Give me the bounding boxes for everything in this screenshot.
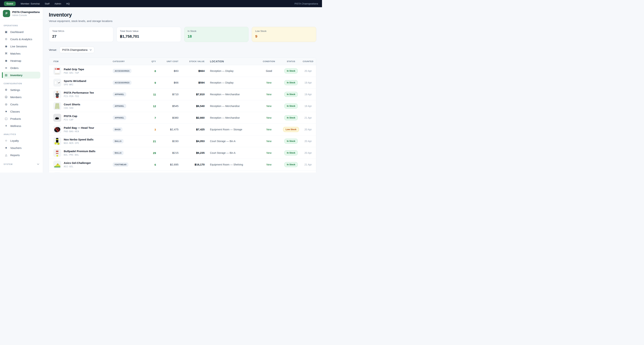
location: Equipment Room — Storage — [204, 128, 258, 131]
qty-value: 9 — [143, 81, 156, 84]
loyalty-icon: ☆ — [4, 139, 8, 142]
table-row[interactable]: Padel Grip Tape PAD-GRI-TAP ACCESSORIES … — [49, 65, 316, 77]
stock-value: ฿7,810 — [178, 93, 204, 96]
item-sku: BUL-PRE-BAL — [64, 154, 96, 156]
stock-value: ฿594 — [178, 81, 204, 84]
condition: New — [258, 163, 279, 166]
location: Reception — Merchandise — [204, 93, 258, 96]
unit-cost: ฿66 — [156, 81, 178, 84]
topnav-link-member-somchai[interactable]: Member: Somchai — [21, 2, 40, 5]
stock-value: ฿2,660 — [178, 116, 204, 120]
qty-value: 21 — [143, 140, 156, 143]
column-header-category: CATEGORY — [113, 60, 143, 62]
sidebar-venue-header: P PISTA Chaengwattana Admin Console — [0, 7, 43, 20]
item-sku: PAD-BAG-HEA — [64, 130, 94, 133]
qty-value: 29 — [143, 152, 156, 154]
table-body: Padel Grip Tape PAD-GRI-TAP ACCESSORIES … — [49, 65, 316, 172]
column-header-unit-cost: UNIT COST — [156, 60, 178, 62]
stat-label: Total SKUs — [52, 30, 110, 32]
table-row-partial[interactable] — [49, 170, 316, 172]
table-row[interactable]: PISTA Performance Tee PIS-PER-TEE APPARE… — [49, 88, 316, 100]
section-label-analytics: ANALYTICS — [4, 133, 39, 136]
column-header-stock-value: STOCK VALUE — [178, 60, 204, 62]
sidebar-sections: OPERATIONS▣Dashboard⊙Courts & Analytics◉… — [0, 20, 43, 167]
sidebar-item-loyalty[interactable]: ☆Loyalty — [2, 137, 40, 144]
stat-label: Low Stock — [255, 30, 313, 32]
stat-value: ฿1,758,701 — [120, 34, 178, 38]
venue-select[interactable]: PISTA Chaengwattana — [60, 47, 94, 53]
table-row[interactable]: PISTA Cap PIS-CAP APPAREL 7 ฿380 ฿2,660 … — [49, 112, 316, 124]
top-nav: Guest Member: SomchaiStaffAdminHQ PISTA … — [0, 0, 322, 7]
sidebar-item-label: Settings — [10, 88, 20, 92]
location: Reception — Merchandise — [204, 104, 258, 108]
item-name: PISTA Cap — [64, 114, 77, 118]
guest-badge[interactable]: Guest — [4, 2, 16, 6]
unit-cost: ฿193 — [156, 140, 178, 143]
sidebar-item-label: Inventory — [10, 74, 22, 77]
category-pill: ACCESSORIES — [113, 80, 132, 85]
status-badge: In Stock — [284, 68, 298, 74]
item-sku: NOX-NER-SPE — [64, 142, 94, 144]
sidebar: P PISTA Chaengwattana Admin Console OPER… — [0, 7, 43, 172]
sidebar-item-matches[interactable]: ⌘Matches — [2, 50, 40, 57]
sidebar-item-courts[interactable]: ◎Courts — [2, 101, 40, 108]
section-label-system: SYSTEM — [4, 163, 12, 165]
sidebar-item-label: Reports — [10, 154, 20, 157]
stat-label: In Stock — [188, 30, 245, 32]
sidebar-item-dashboard[interactable]: ▣Dashboard — [2, 28, 40, 35]
topnav-link-admin[interactable]: Admin — [54, 2, 61, 5]
category-pill: BAGS — [113, 127, 122, 132]
sidebar-item-classes[interactable]: ★Classes — [2, 108, 40, 115]
condition: New — [258, 140, 279, 142]
matches-icon: ⌘ — [4, 52, 8, 55]
sidebar-item-wellness[interactable]: ☀Wellness — [2, 122, 40, 129]
sidebar-item-inventory[interactable]: ▨Inventory — [2, 72, 40, 78]
qty-value: 6 — [143, 163, 156, 166]
table-row[interactable]: Nox Nerbo Speed Balls NOX-NER-SPE BALLS … — [49, 136, 316, 147]
orders-icon: ≡ — [4, 66, 8, 70]
product-thumbnail — [53, 137, 61, 145]
sidebar-item-heatmap[interactable]: ◉Heatmap — [2, 57, 40, 64]
topnav-link-hq[interactable]: HQ — [66, 2, 70, 5]
sidebar-item-courts-analytics[interactable]: ⊙Courts & Analytics — [2, 36, 40, 42]
column-header-condition: CONDITION — [258, 60, 279, 62]
table-row[interactable]: Padel Bag — Head Tour PAD-BAG-HEA BAGS 3… — [49, 124, 316, 136]
sidebar-item-members[interactable]: ☺Members — [2, 94, 40, 100]
table-row[interactable]: Sports Wristband SPO-WRI ACCESSORIES 9 ฿… — [49, 77, 316, 88]
counted-date: 18 Apr — [303, 104, 312, 108]
sidebar-item-reports[interactable]: △Reports — [2, 152, 40, 158]
stats-cards: Total SKUs27Total Stock Value฿1,758,701I… — [49, 27, 316, 42]
item-name: Padel Grip Tape — [64, 68, 84, 71]
column-header-location: LOCATION — [204, 60, 258, 63]
item-sku: COU-SHO — [64, 107, 80, 109]
page-title: Inventory — [49, 12, 316, 18]
topnav-link-staff[interactable]: Staff — [45, 2, 50, 5]
qty-value: 11 — [143, 93, 156, 96]
sidebar-item-label: Products — [10, 117, 21, 120]
inventory-icon: ▨ — [4, 74, 8, 77]
sidebar-section-system[interactable]: SYSTEM — [4, 163, 39, 165]
venue-avatar: P — [3, 10, 10, 17]
location: Reception — Merchandise — [204, 116, 258, 119]
table-row[interactable]: Court Shorts COU-SHO APPAREL 12 ฿545 ฿6,… — [49, 100, 316, 112]
sidebar-item-vouchers[interactable]: ★Vouchers — [2, 144, 40, 151]
unit-cost: ฿83 — [156, 69, 178, 72]
sidebar-item-live-sessions[interactable]: ◉Live Sessions — [2, 43, 40, 50]
sidebar-item-orders[interactable]: ≡Orders — [2, 64, 40, 71]
chevron-down-icon — [90, 49, 92, 50]
live-sessions-icon: ◉ — [4, 45, 8, 48]
product-thumbnail — [53, 114, 61, 122]
condition: New — [258, 128, 279, 131]
courts-analytics-icon: ⊙ — [4, 38, 8, 41]
sidebar-item-products[interactable]: □Products — [2, 115, 40, 122]
table-row[interactable]: Asics Gel-Challenger ASI-GEL FOOTWEAR 6 … — [49, 159, 316, 170]
sidebar-item-settings[interactable]: ⚙Settings — [2, 86, 40, 93]
sidebar-venue-name: PISTA Chaengwattana — [12, 10, 40, 14]
item-name: Sports Wristband — [64, 80, 86, 82]
table-row[interactable]: Bullpadel Premium Balls BUL-PRE-BAL BALL… — [49, 147, 316, 159]
venue-select-value: PISTA Chaengwattana — [62, 48, 88, 51]
topnav-links: Member: SomchaiStaffAdminHQ — [21, 2, 70, 5]
qty-value: 7 — [143, 116, 156, 120]
members-icon: ☺ — [4, 96, 8, 99]
condition: New — [258, 93, 279, 96]
